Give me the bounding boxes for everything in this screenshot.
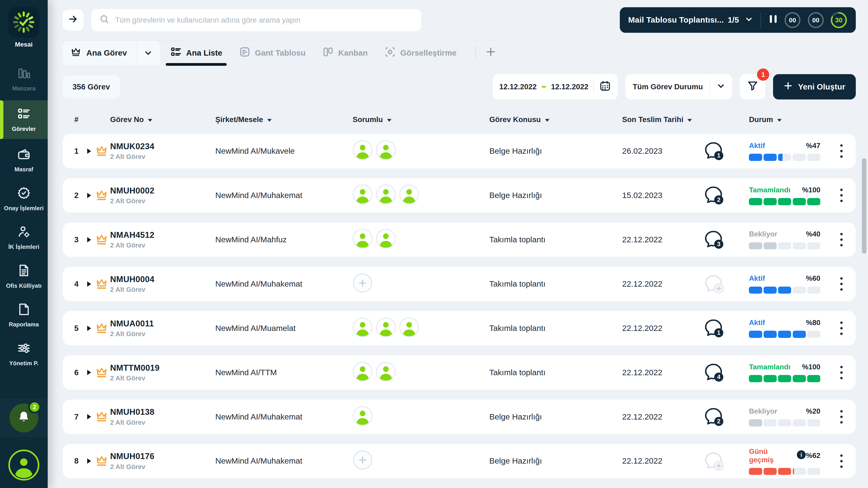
table-row[interactable]: 3NMAH45122 Alt GörevNewMind AI/MahfuzTak… <box>63 223 856 257</box>
date-range-picker[interactable]: 12.12.2022 12.12.2022 <box>493 74 618 100</box>
pause-icon[interactable] <box>769 14 778 26</box>
table-row[interactable]: 7NMUH01382 Alt GörevNewMind AI/Muhakemat… <box>63 400 856 434</box>
row-menu-button[interactable] <box>837 231 846 248</box>
status-label: Günü geçmişi <box>749 447 806 464</box>
column-header[interactable]: Görev No <box>110 115 215 124</box>
chevron-down-icon[interactable] <box>745 15 753 25</box>
task-level-selector[interactable]: Ana Görev <box>63 41 160 65</box>
add-assignee-button[interactable] <box>352 273 373 295</box>
svg-text:00: 00 <box>812 17 819 24</box>
progress-segment <box>749 242 762 249</box>
progress-segment <box>749 331 762 338</box>
assignees-cell <box>352 362 489 384</box>
progress-segment <box>764 331 777 338</box>
sidebar-item-wallet[interactable]: Masraf <box>0 143 48 178</box>
tab-list[interactable]: Ana Liste <box>170 41 222 65</box>
assignee-avatar <box>399 317 419 339</box>
column-header-label: # <box>74 115 79 124</box>
date-dash <box>541 86 546 88</box>
svg-text:2: 2 <box>717 196 721 204</box>
tab-label: Ana Liste <box>186 49 222 58</box>
tab-label: Gant Tablosu <box>255 49 306 58</box>
row-menu-button[interactable] <box>837 319 846 337</box>
scrollbar-thumb[interactable] <box>862 158 866 253</box>
topic-cell: Takımla toplantı <box>489 324 622 333</box>
filter-row: 356 Görev 12.12.2022 12.12.2022 Tüm Göre… <box>63 74 856 100</box>
table-row[interactable]: 6NMTTM00192 Alt GörevNewMind AI/TTMTakım… <box>63 355 856 390</box>
column-header[interactable]: Şirket/Mesele <box>215 115 352 124</box>
sidebar-item-bar-chart[interactable]: Manzara <box>0 61 48 97</box>
task-id-cell: NMAH45122 Alt Görev <box>110 230 215 249</box>
filter-count-badge: 1 <box>757 68 769 81</box>
column-header[interactable]: Durum <box>749 115 829 124</box>
expand-caret-icon[interactable] <box>84 148 95 154</box>
add-view-button[interactable] <box>481 43 500 62</box>
sidebar-item-file[interactable]: Raporlama <box>0 298 48 333</box>
comments-button[interactable]: 1 <box>702 140 749 163</box>
status-cell: Aktif%47 <box>749 142 820 161</box>
sidebar-item-sliders[interactable]: Yönetim P. <box>0 336 48 372</box>
tab-gantt[interactable]: Gant Tablosu <box>239 41 306 65</box>
filter-button[interactable]: 1 <box>740 74 765 100</box>
expand-caret-icon[interactable] <box>84 458 95 464</box>
column-header[interactable]: Görev Konusu <box>489 115 622 124</box>
task-code: NMAH4512 <box>110 230 215 240</box>
tab-kanban[interactable]: Kanban <box>322 41 368 65</box>
expand-caret-icon[interactable] <box>84 414 95 420</box>
row-menu-button[interactable] <box>837 408 846 426</box>
progress-bar <box>749 468 820 475</box>
row-menu-button[interactable] <box>837 186 846 204</box>
table-row[interactable]: 5NMUA00112 Alt GörevNewMind AI/MuamelatT… <box>63 311 856 345</box>
add-comment-button[interactable] <box>702 272 749 296</box>
column-header[interactable]: Son Teslim Tarihi <box>622 115 702 124</box>
comments-button[interactable]: 2 <box>702 405 749 429</box>
row-menu-button[interactable] <box>837 364 846 381</box>
table-row[interactable]: 2NMUH00022 Alt GörevNewMind AI/Muhakemat… <box>63 178 856 213</box>
row-menu-button[interactable] <box>837 142 846 160</box>
row-menu-button[interactable] <box>837 452 846 470</box>
status-percent: %80 <box>806 318 820 327</box>
status-percent: %100 <box>802 363 820 371</box>
topic-cell: Belge Hazırlığı <box>489 456 622 466</box>
search-input[interactable] <box>115 16 413 24</box>
status-filter-dropdown[interactable]: Tüm Görev Durumu <box>625 74 732 100</box>
row-number: 4 <box>69 280 84 288</box>
table-row[interactable]: 1NMUK02342 Alt GörevNewMind AI/MukaveleB… <box>63 134 856 169</box>
progress-segment <box>778 419 791 427</box>
tab-visualize[interactable]: Görselleştirme <box>384 41 457 65</box>
comments-button[interactable]: 3 <box>702 228 749 251</box>
expand-caret-icon[interactable] <box>84 369 95 376</box>
svg-text:i: i <box>800 452 802 458</box>
due-date-cell: 26.02.2023 <box>622 147 702 156</box>
expand-caret-icon[interactable] <box>84 192 95 199</box>
task-level-selector-caret[interactable] <box>136 41 160 65</box>
table-row[interactable]: 8NMUH01762 Alt GörevNewMind AI/Muhakemat… <box>63 444 856 478</box>
row-menu-button[interactable] <box>837 275 846 293</box>
expand-caret-icon[interactable] <box>84 281 95 287</box>
progress-segment <box>749 286 762 294</box>
notifications-button[interactable]: 2 <box>9 403 38 432</box>
column-header[interactable]: Sorumlu <box>352 115 489 124</box>
sidebar-expand-button[interactable] <box>63 9 84 31</box>
topic-cell: Belge Hazırlığı <box>489 147 622 156</box>
add-assignee-button[interactable] <box>352 450 373 472</box>
task-id-cell: NMUH00042 Alt Görev <box>110 275 215 294</box>
comments-button[interactable]: 2 <box>702 184 749 207</box>
comments-button[interactable]: 1 <box>702 317 749 340</box>
create-task-button[interactable]: Yeni Oluştur <box>773 74 856 100</box>
task-list-icon <box>17 107 31 123</box>
expand-caret-icon[interactable] <box>84 237 95 243</box>
sidebar-item-gear-check[interactable]: Onay İşlemleri <box>0 181 48 217</box>
sidebar-item-document[interactable]: Ofis Külliyatı <box>0 258 48 294</box>
progress-bar <box>749 154 820 161</box>
add-comment-button[interactable] <box>702 450 749 473</box>
sidebar-item-task-list[interactable]: Görevler <box>0 100 48 139</box>
sidebar-item-user-gear[interactable]: İK İşlemleri <box>0 220 48 255</box>
expand-caret-icon[interactable] <box>84 325 95 332</box>
task-table: 1NMUK02342 Alt GörevNewMind AI/MukaveleB… <box>63 134 856 488</box>
user-avatar[interactable] <box>8 450 39 481</box>
svg-text:30: 30 <box>835 16 843 24</box>
progress-segment <box>807 242 820 249</box>
comments-button[interactable]: 4 <box>702 361 749 384</box>
table-row[interactable]: 4NMUH00042 Alt GörevNewMind AI/Muhakemat… <box>63 267 856 301</box>
